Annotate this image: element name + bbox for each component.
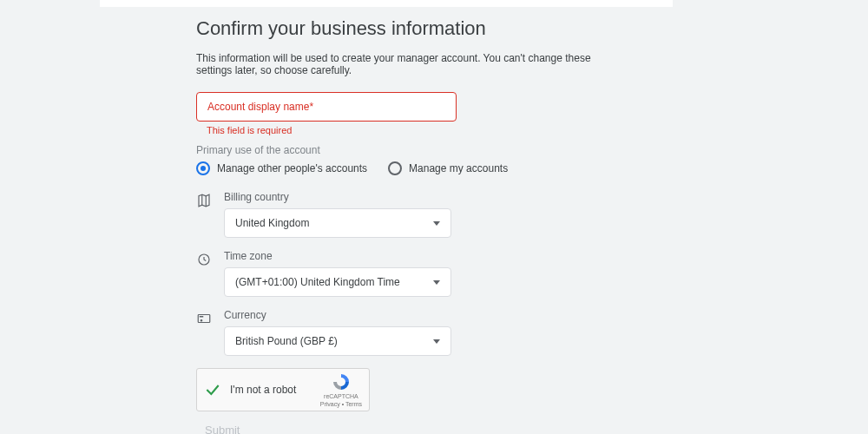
account-name-placeholder: Account display name* (207, 101, 313, 113)
select-value: United Kingdom (235, 217, 309, 229)
svg-point-2 (201, 320, 202, 322)
recaptcha-icon (331, 372, 352, 392)
recaptcha-label: I'm not a robot (230, 384, 312, 396)
radio-label: Manage my accounts (409, 162, 508, 174)
radio-icon (196, 161, 210, 175)
billing-label: Billing country (224, 191, 608, 203)
business-info-form: Confirm your business information This i… (0, 0, 608, 434)
timezone-label: Time zone (224, 250, 608, 262)
payment-icon (196, 311, 212, 326)
billing-country-select[interactable]: United Kingdom (224, 208, 451, 238)
svg-rect-3 (200, 316, 204, 318)
primary-use-label: Primary use of the account (196, 144, 608, 156)
currency-select[interactable]: British Pound (GBP £) (224, 326, 451, 356)
page-title: Confirm your business information (196, 17, 608, 40)
radio-label: Manage other people's accounts (217, 162, 367, 174)
recaptcha-brand: reCAPTCHA Privacy • Terms (320, 372, 362, 408)
svg-rect-1 (198, 315, 210, 323)
top-white-band (100, 0, 673, 7)
radio-manage-mine[interactable]: Manage my accounts (388, 161, 508, 175)
account-name-input[interactable]: Account display name* (196, 92, 457, 122)
radio-icon (388, 161, 402, 175)
checkmark-icon (204, 381, 221, 398)
currency-label: Currency (224, 309, 608, 321)
chevron-down-icon (433, 339, 440, 344)
chevron-down-icon (433, 280, 440, 285)
submit-button[interactable]: Submit (205, 418, 240, 434)
radio-manage-others[interactable]: Manage other people's accounts (196, 161, 367, 175)
recaptcha-widget[interactable]: I'm not a robot reCAPTCHA Privacy • Term… (196, 368, 370, 411)
primary-use-radios: Manage other people's accounts Manage my… (196, 161, 608, 175)
account-name-error: This field is required (207, 125, 608, 135)
select-value: (GMT+01:00) United Kingdom Time (235, 276, 400, 288)
timezone-select[interactable]: (GMT+01:00) United Kingdom Time (224, 267, 451, 297)
clock-icon (196, 252, 212, 267)
select-value: British Pound (GBP £) (235, 335, 338, 347)
page-hint: This information will be used to create … (196, 52, 608, 76)
chevron-down-icon (433, 221, 440, 226)
map-icon (196, 193, 212, 208)
